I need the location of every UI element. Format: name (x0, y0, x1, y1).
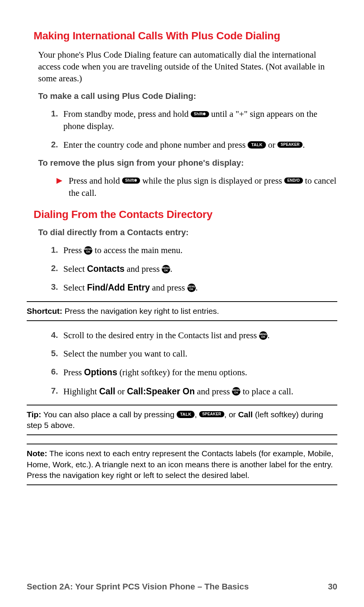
intro-paragraph: Your phone's Plus Code Dialing feature c… (38, 49, 337, 84)
step-5: 5. Select the number you want to call. (46, 348, 337, 360)
step-1: 1. Press MENUOK to access the main menu. (46, 244, 337, 257)
text-fragment: , (195, 410, 199, 419)
end-key-icon: END/O (284, 178, 303, 184)
step-3: 3. Select Find/Add Entry and press MENUO… (46, 281, 337, 294)
text-fragment: . (196, 283, 198, 292)
step-text: From standby mode, press and hold Shift✱… (63, 108, 337, 132)
text-fragment: (right softkey) for the menu options. (117, 368, 247, 377)
step-4: 4. Scroll to the desired entry in the Co… (46, 329, 337, 342)
steps-contacts-a: 1. Press MENUOK to access the main menu.… (46, 244, 337, 294)
shortcut-label: Shortcut: (27, 307, 62, 315)
menu-ok-key-icon: MENUOK (232, 387, 240, 396)
step-number: 2. (46, 263, 63, 275)
text-fragment: Enter the country code and phone number … (63, 140, 248, 150)
step-number: 5. (46, 348, 63, 360)
text-fragment: Select (63, 264, 87, 274)
step-number: 4. (46, 329, 63, 342)
step-text: Select Contacts and press MENUOK. (63, 263, 337, 275)
heading-contacts-directory: Dialing From the Contacts Directory (34, 208, 337, 221)
text-fragment: From standby mode, press and hold (63, 109, 191, 119)
bold-term: Contacts (87, 264, 124, 274)
shortcut-callout: Shortcut: Press the navigation key right… (27, 301, 337, 321)
steps-contacts-b: 4. Scroll to the desired entry in the Co… (46, 329, 337, 398)
bold-term: Call (238, 410, 253, 419)
speaker-key-icon: SPEAKER (277, 142, 303, 148)
text-fragment: You can also place a call by pressing (41, 410, 177, 419)
menu-ok-key-icon: MENUOK (259, 331, 267, 340)
menu-ok-key-icon: MENUOK (84, 246, 92, 255)
step-number: 3. (46, 281, 63, 294)
step-number: 1. (46, 244, 63, 257)
text-fragment: Press (63, 368, 84, 377)
note-text: The icons next to each entry represent t… (27, 449, 333, 479)
steps-make-call: 1. From standby mode, press and hold Shi… (46, 108, 337, 151)
shift-key-icon: Shift✱ (122, 178, 140, 184)
talk-key-icon: TALK (248, 141, 266, 149)
text-fragment: Press and hold (69, 176, 122, 186)
heading-international-calls: Making International Calls With Plus Cod… (34, 30, 337, 42)
footer-section-title: Section 2A: Your Sprint PCS Vision Phone… (27, 582, 249, 592)
menu-ok-key-icon: MENUOK (187, 284, 196, 292)
talk-key-icon: TALK (177, 411, 195, 418)
text-fragment: to access the main menu. (92, 245, 182, 255)
step-number: 7. (46, 385, 63, 398)
text-fragment: and press (124, 264, 162, 274)
bold-term: Call:Speaker On (127, 386, 195, 396)
text-fragment: or (115, 387, 127, 396)
step-2: 2. Select Contacts and press MENUOK. (46, 263, 337, 275)
text-fragment: Press (63, 245, 84, 255)
step-text: Select Find/Add Entry and press MENUOK. (63, 281, 337, 294)
step-text: Scroll to the desired entry in the Conta… (63, 329, 337, 342)
shortcut-text: Press the navigation key right to list e… (62, 307, 219, 315)
page-number: 30 (328, 582, 337, 592)
speaker-key-icon: SPEAKER (199, 411, 224, 417)
step-text: Press MENUOK to access the main menu. (63, 244, 337, 257)
text-fragment: and press (150, 283, 187, 292)
step-text: Select the number you want to call. (63, 348, 337, 360)
bullet-remove-plus: ▶ Press and hold Shift✱ while the plus s… (56, 175, 337, 199)
step-text: Enter the country code and phone number … (63, 139, 337, 151)
step-text: Highlight Call or Call:Speaker On and pr… (63, 385, 337, 398)
text-fragment: Scroll to the desired entry in the Conta… (63, 331, 259, 340)
text-fragment: and press (195, 387, 232, 396)
step-number: 6. (46, 366, 63, 379)
note-label: Note: (27, 449, 47, 458)
bold-term: Call (99, 386, 115, 396)
tip-label: Tip: (27, 410, 41, 419)
step-7: 7. Highlight Call or Call:Speaker On and… (46, 385, 337, 398)
step-2: 2. Enter the country code and phone numb… (46, 139, 337, 151)
text-fragment: . (303, 140, 305, 150)
bold-term: Find/Add Entry (87, 283, 150, 292)
menu-ok-key-icon: MENUOK (162, 265, 170, 273)
step-number: 1. (46, 108, 63, 132)
text-fragment: Highlight (63, 387, 99, 396)
step-text: Press Options (right softkey) for the me… (63, 366, 337, 379)
text-fragment: while the plus sign is displayed or pres… (140, 176, 284, 186)
step-1: 1. From standby mode, press and hold Shi… (46, 108, 337, 132)
note-callout: Note: The icons next to each entry repre… (27, 444, 337, 485)
bullet-text: Press and hold Shift✱ while the plus sig… (69, 175, 337, 199)
arrow-icon: ▶ (56, 175, 69, 199)
shift-key-icon: Shift✱ (191, 111, 209, 117)
tip-callout: Tip: You can also place a call by pressi… (27, 405, 337, 436)
bullet-item: ▶ Press and hold Shift✱ while the plus s… (56, 175, 337, 199)
text-fragment: . (170, 264, 172, 274)
text-fragment: or (266, 140, 278, 150)
subhead-make-call: To make a call using Plus Code Dialing: (38, 91, 337, 101)
text-fragment: , or (224, 410, 238, 419)
text-fragment: Select (63, 283, 87, 292)
step-6: 6. Press Options (right softkey) for the… (46, 366, 337, 379)
bold-term: Options (84, 367, 117, 377)
step-number: 2. (46, 139, 63, 151)
text-fragment: . (267, 331, 270, 340)
subhead-dial-contacts: To dial directly from a Contacts entry: (38, 228, 337, 237)
subhead-remove-plus: To remove the plus sign from your phone'… (38, 158, 337, 168)
text-fragment: to place a call. (240, 387, 293, 396)
page-footer: Section 2A: Your Sprint PCS Vision Phone… (27, 582, 337, 592)
